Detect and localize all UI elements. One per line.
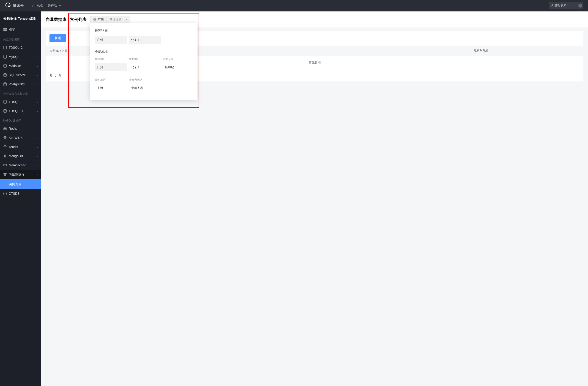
svg-rect-3 bbox=[3, 30, 5, 31]
sidebar-ctsdb[interactable]: CTSDB⌄ bbox=[0, 189, 41, 198]
sidebar-memcached[interactable]: Memcached⌄ bbox=[0, 161, 41, 170]
products-dropdown[interactable]: 云产品 bbox=[48, 4, 61, 8]
stack-icon bbox=[3, 136, 7, 140]
globe-icon bbox=[93, 18, 96, 21]
chevron-down-icon: ⌄ bbox=[36, 164, 38, 167]
search-wrap bbox=[549, 2, 583, 9]
svg-rect-2 bbox=[5, 28, 7, 30]
region-singapore[interactable]: 新加坡 bbox=[163, 63, 195, 71]
svg-point-11 bbox=[4, 109, 6, 110]
chevron-up-icon: ⌄ bbox=[36, 174, 38, 176]
svg-marker-14 bbox=[3, 145, 7, 147]
group-label-relational: 关系型数据库 bbox=[0, 35, 41, 43]
sidebar-overview[interactable]: 概览 bbox=[0, 25, 41, 35]
new-button[interactable]: 新建 bbox=[49, 34, 66, 42]
region-shanghai[interactable]: 上海 bbox=[95, 84, 127, 92]
chevron-down-icon: ⌄ bbox=[36, 101, 38, 103]
region-popover: 最近访问 广州 北京 1 全部地域 华南地区 广州 华北地区 北京 1 亚太东南… bbox=[90, 23, 197, 100]
overview-label: 总览 bbox=[37, 4, 43, 8]
stack-icon bbox=[3, 127, 7, 130]
recent-title: 最近访问 bbox=[95, 29, 192, 33]
clear-icon[interactable] bbox=[578, 4, 582, 8]
region-other-button[interactable]: 其他地域 1 ▼ bbox=[107, 16, 130, 23]
svg-marker-12 bbox=[3, 127, 7, 129]
chevron-down-icon bbox=[59, 5, 61, 6]
chevron-down-icon: ⌄ bbox=[36, 127, 38, 130]
svg-rect-4 bbox=[5, 30, 7, 31]
chevron-down-icon: ⌄ bbox=[36, 136, 38, 139]
sidebar-mongodb[interactable]: MongoDB⌄ bbox=[0, 152, 41, 161]
products-label: 云产品 bbox=[48, 4, 57, 8]
chevron-down-icon: ⌄ bbox=[36, 65, 38, 67]
chevron-down-icon: ▼ bbox=[125, 18, 127, 20]
svg-rect-1 bbox=[3, 28, 5, 30]
sidebar-mariadb[interactable]: MariaDB⌄ bbox=[0, 61, 41, 71]
sidebar-mysql[interactable]: MySQL⌄ bbox=[0, 52, 41, 61]
db-icon bbox=[3, 55, 7, 58]
svg-rect-15 bbox=[4, 164, 6, 166]
region-other-label: 其他地域 1 bbox=[109, 17, 124, 21]
region-group-east: 华东地区 bbox=[95, 78, 127, 82]
sidebar-postgresql[interactable]: PostgreSQL⌄ bbox=[0, 80, 41, 89]
region-group-north: 华北地区 bbox=[129, 57, 161, 61]
chevron-down-icon: ⌄ bbox=[36, 193, 38, 195]
sidebar-tendis[interactable]: Tendis⌄ bbox=[0, 142, 41, 152]
db-icon bbox=[3, 46, 7, 49]
region-current-button[interactable]: 广州 bbox=[90, 16, 107, 23]
topbar: 腾讯云 总览 云产品 bbox=[0, 0, 588, 11]
svg-point-7 bbox=[4, 64, 6, 65]
svg-point-5 bbox=[4, 46, 6, 47]
all-regions-title: 全部地域 bbox=[95, 50, 192, 54]
sidebar-tdsqlh[interactable]: TDSQL-H⌄ bbox=[0, 106, 41, 116]
region-current-label: 广州 bbox=[98, 17, 104, 21]
group-label-distributed: 企业级分布式数据库 bbox=[0, 89, 41, 97]
db-icon bbox=[3, 82, 7, 86]
sidebar-keewidb[interactable]: KeeWiDB⌄ bbox=[0, 133, 41, 142]
svg-point-9 bbox=[4, 83, 6, 83]
brand-logo[interactable]: 腾讯云 bbox=[5, 2, 24, 9]
sidebar-tdsqlc[interactable]: TDSQL-C⌄ bbox=[0, 43, 41, 52]
stack-icon bbox=[3, 145, 7, 149]
svg-marker-13 bbox=[3, 136, 7, 138]
sidebar-sqlserver[interactable]: SQL Server⌄ bbox=[0, 71, 41, 80]
region-group-hmt: 港澳台地区 bbox=[129, 78, 161, 82]
chevron-down-icon: ⌄ bbox=[36, 56, 38, 58]
chevron-down-icon: ⌄ bbox=[36, 146, 38, 148]
recent-region-beijing1[interactable]: 北京 1 bbox=[129, 36, 161, 44]
region-hongkong[interactable]: 中国香港 bbox=[129, 84, 161, 92]
chevron-down-icon: ⌄ bbox=[36, 74, 38, 77]
cache-icon bbox=[3, 163, 7, 167]
sidebar-redis[interactable]: Redis⌄ bbox=[0, 124, 41, 133]
db-icon bbox=[3, 109, 7, 113]
clock-icon bbox=[3, 192, 7, 195]
sidebar-vectordb[interactable]: 向量数据库⌄ bbox=[0, 170, 41, 179]
svg-point-10 bbox=[4, 100, 6, 101]
region-beijing1[interactable]: 北京 1 bbox=[129, 63, 161, 71]
overview-link[interactable]: 总览 bbox=[32, 4, 43, 8]
chevron-down-icon: ⌄ bbox=[36, 110, 38, 112]
svg-point-0 bbox=[8, 5, 10, 7]
db-icon bbox=[3, 64, 7, 68]
sidebar-overview-label: 概览 bbox=[9, 28, 15, 32]
grid-icon bbox=[3, 28, 7, 32]
col-spec: 规格与配置 bbox=[156, 49, 580, 53]
chevron-down-icon: ⌄ bbox=[36, 155, 38, 157]
divider bbox=[28, 4, 28, 8]
tencent-cloud-icon bbox=[5, 2, 11, 9]
chevron-down-icon: ⌄ bbox=[36, 46, 38, 49]
sidebar: 云数据库 TencentDB 概览 关系型数据库 TDSQL-C⌄ MySQL⌄… bbox=[0, 11, 41, 386]
sidebar-instance-list[interactable]: 实例列表 bbox=[0, 179, 41, 189]
db-icon bbox=[3, 73, 7, 77]
vector-icon bbox=[3, 173, 7, 176]
brand-text: 腾讯云 bbox=[13, 3, 24, 8]
leaf-icon bbox=[3, 154, 7, 158]
sidebar-title: 云数据库 TencentDB bbox=[0, 11, 41, 25]
page-title: 向量数据库 - 实例列表 bbox=[46, 17, 86, 22]
db-icon bbox=[3, 100, 7, 104]
recent-region-guangzhou[interactable]: 广州 bbox=[95, 36, 127, 44]
region-group-apse: 亚太东南 bbox=[163, 57, 195, 61]
sidebar-tdsql[interactable]: TDSQL⌄ bbox=[0, 97, 41, 106]
chevron-down-icon: ⌄ bbox=[36, 83, 38, 86]
region-guangzhou[interactable]: 广州 bbox=[95, 63, 127, 71]
svg-point-8 bbox=[4, 74, 6, 74]
